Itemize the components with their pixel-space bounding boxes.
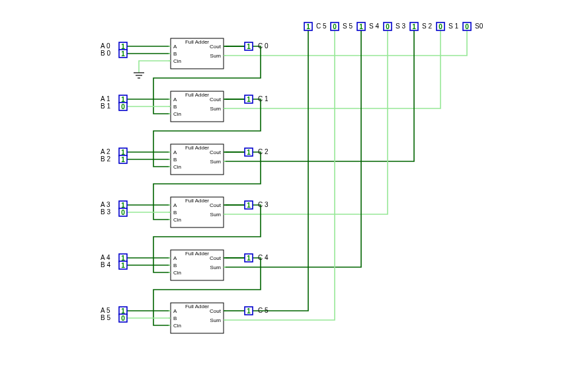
svg-text:0: 0	[439, 23, 442, 30]
svg-text:Sum: Sum	[210, 53, 222, 59]
svg-text:B: B	[173, 51, 177, 57]
block-title: Full Adder	[185, 304, 209, 309]
label-out-0: S0	[475, 22, 483, 30]
block-title: Full Adder	[185, 39, 209, 45]
svg-text:Cout: Cout	[210, 149, 222, 155]
label-out-5: S 5	[343, 22, 353, 30]
svg-text:B: B	[173, 104, 177, 110]
svg-text:1: 1	[412, 23, 416, 30]
svg-text:1: 1	[359, 23, 363, 30]
label-C4: C 4	[258, 254, 269, 261]
svg-text:0: 0	[121, 103, 125, 110]
svg-text:B: B	[173, 315, 177, 321]
svg-text:Sum: Sum	[210, 212, 222, 218]
label-out-1: S 1	[448, 22, 458, 30]
svg-text:Cout: Cout	[210, 97, 222, 102]
svg-text:Sum: Sum	[210, 265, 222, 270]
svg-text:1: 1	[247, 255, 251, 262]
label-out-3: S 3	[396, 22, 405, 30]
label-A0: A 0	[101, 42, 110, 50]
label-A3: A 3	[101, 201, 110, 208]
svg-text:0: 0	[465, 23, 469, 30]
label-A2: A 2	[101, 148, 110, 155]
svg-text:B: B	[173, 210, 177, 216]
label-C0: C 0	[258, 42, 269, 50]
svg-text:1: 1	[247, 307, 251, 315]
svg-text:Cout: Cout	[210, 308, 222, 314]
svg-text:B: B	[173, 263, 177, 268]
label-A5: A 5	[101, 307, 110, 314]
label-B4: B 4	[101, 261, 110, 268]
svg-text:Cout: Cout	[210, 202, 222, 208]
svg-text:A: A	[173, 149, 177, 155]
svg-text:Cin: Cin	[173, 164, 181, 170]
svg-text:Cin: Cin	[173, 217, 181, 223]
label-out-6: C 5	[316, 22, 327, 30]
label-C3: C 3	[258, 201, 269, 208]
label-B1: B 1	[101, 102, 110, 110]
svg-text:0: 0	[121, 209, 125, 216]
svg-text:Cin: Cin	[173, 270, 181, 276]
block-title: Full Adder	[185, 92, 209, 98]
svg-text:0: 0	[386, 23, 390, 30]
svg-text:Cout: Cout	[210, 255, 222, 261]
svg-text:0: 0	[333, 23, 337, 30]
svg-text:1: 1	[306, 23, 310, 30]
svg-text:A: A	[173, 308, 177, 314]
block-title: Full Adder	[185, 251, 209, 257]
label-C2: C 2	[258, 148, 269, 155]
svg-text:1: 1	[121, 262, 125, 269]
svg-text:B: B	[173, 157, 177, 163]
label-B3: B 3	[101, 208, 110, 216]
label-A1: A 1	[101, 95, 110, 102]
label-B5: B 5	[101, 314, 110, 321]
svg-text:A: A	[173, 97, 177, 102]
svg-text:Sum: Sum	[210, 106, 222, 112]
label-B0: B 0	[101, 50, 110, 57]
svg-text:Cin: Cin	[173, 111, 181, 117]
svg-text:1: 1	[247, 149, 251, 156]
svg-text:1: 1	[121, 50, 125, 58]
label-B2: B 2	[101, 155, 110, 163]
svg-text:Sum: Sum	[210, 317, 222, 323]
label-C1: C 1	[258, 95, 269, 102]
label-A4: A 4	[101, 254, 110, 261]
svg-text:0: 0	[121, 315, 125, 322]
svg-text:A: A	[173, 44, 177, 50]
block-title: Full Adder	[185, 198, 209, 204]
svg-text:1: 1	[121, 156, 125, 163]
svg-text:A: A	[173, 202, 177, 208]
label-out-2: S 2	[422, 22, 432, 30]
svg-text:Cout: Cout	[210, 44, 222, 50]
label-out-4: S 4	[369, 22, 379, 30]
adder-diagram: Full AdderABCinCoutSumFull AdderABCinCou…	[0, 0, 588, 367]
label-C5: C 5	[258, 307, 269, 314]
svg-text:1: 1	[247, 96, 251, 103]
svg-text:Sum: Sum	[210, 159, 222, 165]
svg-text:1: 1	[247, 43, 251, 50]
block-title: Full Adder	[185, 145, 209, 151]
svg-text:Cin: Cin	[173, 58, 181, 64]
svg-text:Cin: Cin	[173, 323, 181, 329]
svg-text:1: 1	[247, 202, 251, 209]
svg-text:A: A	[173, 255, 177, 261]
